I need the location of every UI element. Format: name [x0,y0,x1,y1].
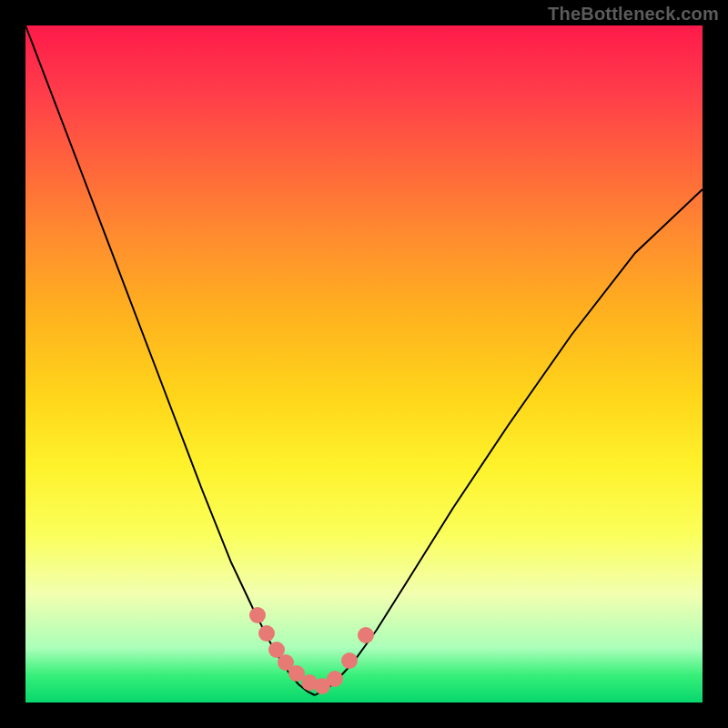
bead-marker [358,627,374,643]
bead-marker [249,607,266,623]
bead-marker [258,625,275,642]
bead-marker [327,671,343,687]
watermark-text: TheBottleneck.com [548,4,719,25]
chart-overlay [25,25,703,703]
plot-area [25,25,703,703]
beads-group [249,607,374,694]
curve-group [25,25,703,695]
curve-left-path [25,25,315,695]
bead-marker [341,652,358,669]
curve-right-path [315,189,703,695]
chart-root: TheBottleneck.com [0,0,728,728]
